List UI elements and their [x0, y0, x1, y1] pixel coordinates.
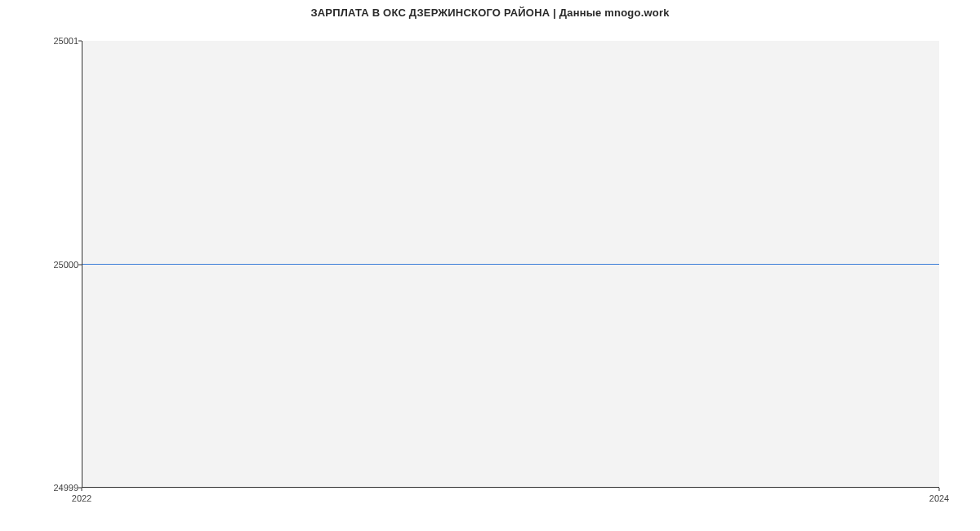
chart-title: ЗАРПЛАТА В ОКС ДЗЕРЖИНСКОГО РАЙОНА | Дан…	[0, 7, 980, 19]
chart-container: ЗАРПЛАТА В ОКС ДЗЕРЖИНСКОГО РАЙОНА | Дан…	[0, 0, 980, 531]
x-tick-mark	[82, 488, 82, 491]
x-tick-label: 2024	[929, 493, 949, 503]
x-tick-mark	[939, 488, 940, 491]
y-tick-mark	[78, 264, 82, 265]
y-tick-label: 24999	[29, 483, 78, 493]
x-tick-label: 2022	[72, 493, 91, 503]
y-tick-mark	[78, 41, 82, 42]
y-tick-label: 25000	[29, 260, 78, 270]
data-line	[82, 264, 939, 265]
plot-area	[82, 41, 939, 488]
y-tick-label: 25001	[29, 36, 78, 46]
